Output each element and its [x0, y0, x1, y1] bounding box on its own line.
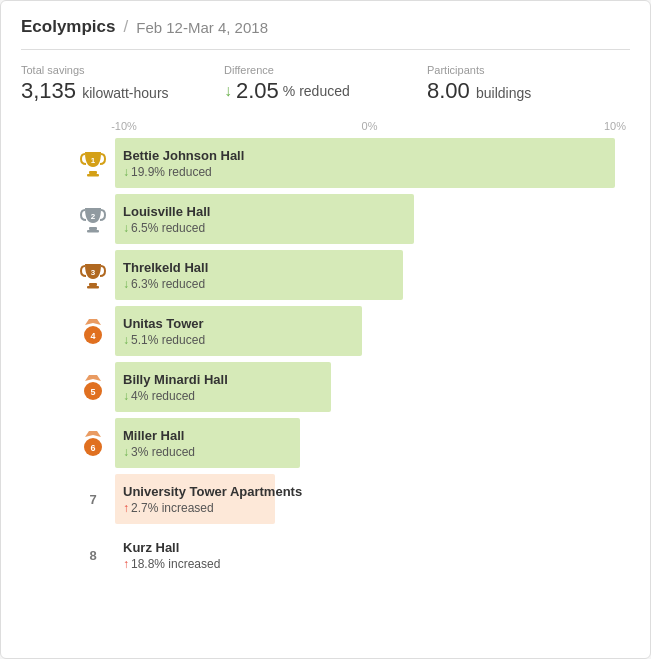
bar-arrow-icon: ↓	[123, 277, 129, 291]
rank-icon: 1	[71, 149, 115, 177]
bar-text: Threlkeld Hall↓6.3% reduced	[115, 256, 216, 295]
bar-arrow-icon: ↓	[123, 445, 129, 459]
axis-label-right: 10%	[600, 120, 630, 132]
medal-svg: 5	[81, 373, 105, 401]
bar-text: University Tower Apartments↑2.7% increas…	[115, 480, 310, 519]
bar-name: Miller Hall	[123, 428, 195, 443]
bar-sub: ↓3% reduced	[123, 445, 195, 459]
difference-label: Difference	[224, 64, 415, 76]
diff-arrow-icon: ↓	[224, 82, 232, 100]
trophy-svg: 1	[80, 149, 106, 177]
svg-rect-3	[89, 227, 97, 230]
bar-text: Miller Hall↓3% reduced	[115, 424, 203, 463]
bar-row: 2 Louisville Hall↓6.5% reduced	[71, 192, 630, 246]
bar-name: Billy Minardi Hall	[123, 372, 228, 387]
participants-label: Participants	[427, 64, 618, 76]
svg-marker-12	[85, 375, 101, 381]
axis-labels: -10% 0% 10%	[71, 120, 630, 132]
axis-label-left: -10%	[109, 120, 139, 132]
rank-number: 8	[89, 548, 96, 563]
diff-percent-value: 2.05	[236, 78, 279, 104]
svg-text:6: 6	[90, 443, 95, 453]
bar-row: 4 Unitas Tower↓5.1% reduced	[71, 304, 630, 358]
bar-value: 6.3% reduced	[131, 277, 205, 291]
bar-arrow-icon: ↓	[123, 165, 129, 179]
bar-value: 5.1% reduced	[131, 333, 205, 347]
bar-text: Unitas Tower↓5.1% reduced	[115, 312, 213, 351]
bar-sub: ↑2.7% increased	[123, 501, 302, 515]
bar-value: 2.7% increased	[131, 501, 214, 515]
svg-text:4: 4	[90, 331, 95, 341]
bar-value: 19.9% reduced	[131, 165, 212, 179]
total-savings-value: 3,135 kilowatt-hours	[21, 78, 212, 104]
bar-value: 18.8% increased	[131, 557, 220, 571]
diff-text: % reduced	[283, 83, 350, 99]
bar-row: 6 Miller Hall↓3% reduced	[71, 416, 630, 470]
bar-name: Louisville Hall	[123, 204, 210, 219]
svg-marker-9	[85, 319, 101, 325]
bar-row: 5 Billy Minardi Hall↓4% reduced	[71, 360, 630, 414]
svg-text:2: 2	[91, 212, 96, 221]
svg-text:1: 1	[91, 156, 96, 165]
rank-icon: 4	[71, 317, 115, 345]
bar-arrow-icon: ↓	[123, 333, 129, 347]
bar-arrow-icon: ↓	[123, 221, 129, 235]
rank-number: 7	[89, 492, 96, 507]
bar-content: Bettie Johnson Hall↓19.9% reduced	[115, 138, 630, 188]
stats-row: Total savings 3,135 kilowatt-hours Diffe…	[21, 64, 630, 104]
page-title: Ecolympics	[21, 17, 116, 37]
bar-value: 6.5% reduced	[131, 221, 205, 235]
bar-name: Kurz Hall	[123, 540, 220, 555]
rank-icon: 3	[71, 261, 115, 289]
bar-content: Louisville Hall↓6.5% reduced	[115, 194, 630, 244]
bar-text: Bettie Johnson Hall↓19.9% reduced	[115, 144, 252, 183]
rank-icon: 8	[71, 548, 115, 563]
svg-text:3: 3	[91, 268, 96, 277]
bars-container: 1 Bettie Johnson Hall↓19.9% reduced 2 Lo…	[71, 136, 630, 582]
svg-rect-4	[87, 230, 99, 233]
bar-sub: ↑18.8% increased	[123, 557, 220, 571]
svg-rect-6	[89, 283, 97, 286]
svg-rect-0	[89, 171, 97, 174]
bar-sub: ↓6.3% reduced	[123, 277, 208, 291]
difference-value: ↓ 2.05 % reduced	[224, 78, 415, 104]
bar-text: Kurz Hall↑18.8% increased	[115, 536, 228, 575]
bar-text: Louisville Hall↓6.5% reduced	[115, 200, 218, 239]
bar-arrow-icon: ↑	[123, 501, 129, 515]
bar-sub: ↓4% reduced	[123, 389, 228, 403]
rank-icon: 2	[71, 205, 115, 233]
bar-text: Billy Minardi Hall↓4% reduced	[115, 368, 236, 407]
trophy-svg: 3	[80, 261, 106, 289]
svg-marker-15	[85, 431, 101, 437]
stat-participants: Participants 8.00 buildings	[427, 64, 630, 104]
rank-icon: 5	[71, 373, 115, 401]
axis-label-center: 0%	[355, 120, 385, 132]
bar-name: Threlkeld Hall	[123, 260, 208, 275]
svg-rect-7	[87, 286, 99, 289]
bar-content: Unitas Tower↓5.1% reduced	[115, 306, 630, 356]
bar-content: Miller Hall↓3% reduced	[115, 418, 630, 468]
participants-value: 8.00 buildings	[427, 78, 618, 104]
rank-icon: 7	[71, 492, 115, 507]
trophy-svg: 2	[80, 205, 106, 233]
svg-text:5: 5	[90, 387, 95, 397]
bar-value: 3% reduced	[131, 445, 195, 459]
bar-row: 3 Threlkeld Hall↓6.3% reduced	[71, 248, 630, 302]
chart-area: -10% 0% 10% 1 Bettie Johnson Hall↓19.9% …	[21, 120, 630, 582]
stat-difference: Difference ↓ 2.05 % reduced	[224, 64, 427, 104]
bar-sub: ↓6.5% reduced	[123, 221, 210, 235]
bar-sub: ↓19.9% reduced	[123, 165, 244, 179]
bar-name: University Tower Apartments	[123, 484, 302, 499]
bar-row: 7University Tower Apartments↑2.7% increa…	[71, 472, 630, 526]
bar-name: Bettie Johnson Hall	[123, 148, 244, 163]
medal-svg: 4	[81, 317, 105, 345]
stat-total-savings: Total savings 3,135 kilowatt-hours	[21, 64, 224, 104]
bar-name: Unitas Tower	[123, 316, 205, 331]
header-date: Feb 12-Mar 4, 2018	[136, 19, 268, 36]
bar-content: Billy Minardi Hall↓4% reduced	[115, 362, 630, 412]
bar-content: University Tower Apartments↑2.7% increas…	[115, 474, 630, 524]
bar-content: Threlkeld Hall↓6.3% reduced	[115, 250, 630, 300]
bar-row: 8Kurz Hall↑18.8% increased	[71, 528, 630, 582]
bar-row: 1 Bettie Johnson Hall↓19.9% reduced	[71, 136, 630, 190]
bar-arrow-icon: ↓	[123, 389, 129, 403]
